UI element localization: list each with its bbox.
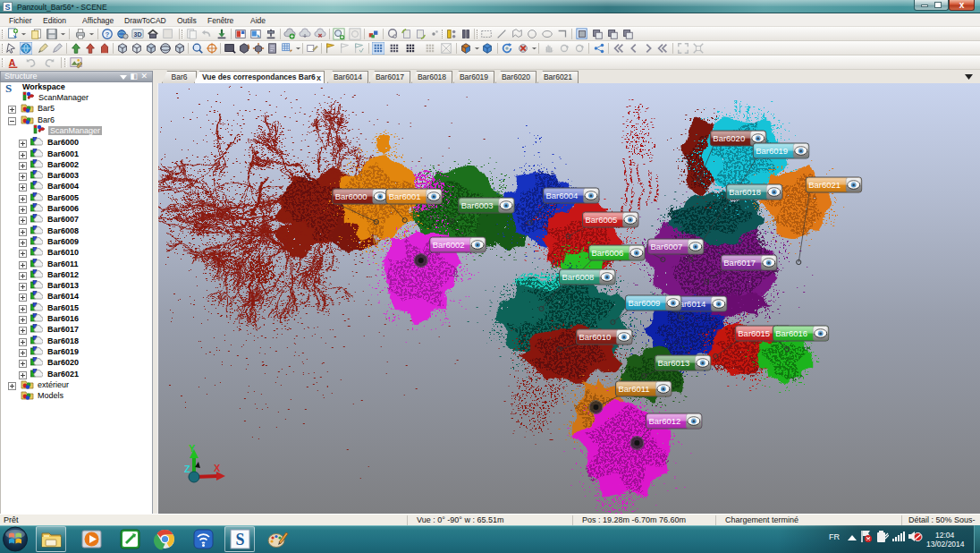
svg-text:Bar6016: Bar6016 bbox=[775, 328, 807, 338]
svg-text:Bar6000: Bar6000 bbox=[335, 191, 368, 201]
svg-text:Bar6015: Bar6015 bbox=[738, 328, 770, 338]
svg-text:X: X bbox=[214, 463, 221, 473]
svg-text:Bar6008: Bar6008 bbox=[562, 272, 595, 282]
svg-text:Bar6012: Bar6012 bbox=[648, 416, 680, 426]
svg-text:Bar6001: Bar6001 bbox=[389, 191, 421, 201]
svg-text:Bar6018: Bar6018 bbox=[729, 187, 761, 197]
svg-text:Bar6009: Bar6009 bbox=[628, 298, 660, 308]
svg-text:Bar6004: Bar6004 bbox=[546, 191, 579, 200]
svg-text:Bar6013: Bar6013 bbox=[657, 358, 689, 368]
svg-text:Bar6020: Bar6020 bbox=[713, 133, 745, 143]
svg-text:Bar6002: Bar6002 bbox=[433, 240, 465, 250]
svg-text:Bar6007: Bar6007 bbox=[650, 242, 682, 251]
svg-text:3D: 3D bbox=[134, 31, 142, 38]
svg-text:Bar6019: Bar6019 bbox=[756, 146, 788, 156]
svg-text:Bar6021: Bar6021 bbox=[808, 180, 841, 190]
svg-text:S: S bbox=[235, 531, 244, 549]
svg-text:Bar6017: Bar6017 bbox=[723, 258, 756, 268]
svg-text:Z: Z bbox=[184, 464, 190, 474]
svg-text:Bar6011: Bar6011 bbox=[618, 384, 649, 394]
svg-text:?: ? bbox=[106, 30, 110, 38]
svg-text:A: A bbox=[9, 57, 16, 68]
svg-text:Bar6010: Bar6010 bbox=[579, 332, 611, 342]
svg-text:Bar6006: Bar6006 bbox=[591, 248, 623, 258]
svg-text:Bar6003: Bar6003 bbox=[461, 200, 494, 210]
svg-text:Bar6005: Bar6005 bbox=[585, 215, 617, 225]
